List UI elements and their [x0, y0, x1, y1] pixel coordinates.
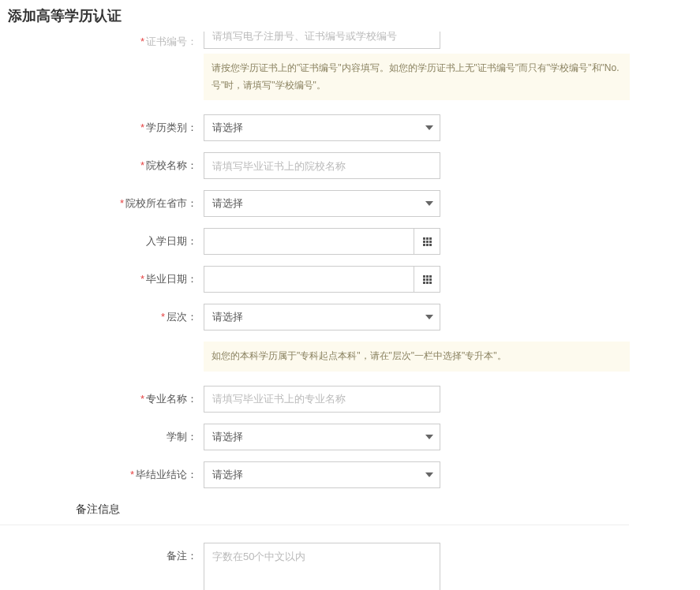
row-edu-type: *学历类别： 请选择 [0, 114, 700, 141]
label-remark: 备注： [0, 543, 204, 563]
label-grad-conclusion: *毕结业结论： [0, 461, 204, 482]
calendar-grid-icon [423, 275, 432, 284]
chevron-down-icon [425, 201, 433, 206]
row-school-province: *院校所在省市： 请选择 [0, 190, 700, 217]
row-remark: 备注： [0, 543, 700, 590]
select-school-system[interactable]: 请选择 [204, 424, 440, 450]
calendar-grid-icon [423, 237, 432, 246]
select-school-province[interactable]: 请选择 [204, 190, 440, 217]
form-area: *证书编号： 请按您学历证书上的"证书编号"内容填写。如您的学历证书上无"证书编… [0, 32, 700, 590]
row-grad-date: *毕业日期： [0, 266, 700, 293]
select-edu-type[interactable]: 请选择 [204, 114, 440, 141]
label-grad-date: *毕业日期： [0, 266, 204, 286]
row-enroll-date: 入学日期： [0, 228, 700, 255]
label-school-province: *院校所在省市： [0, 190, 204, 211]
chevron-down-icon [425, 125, 433, 130]
input-enroll-date[interactable] [204, 228, 414, 255]
row-major: *专业名称： [0, 386, 700, 413]
input-school-name[interactable] [204, 152, 440, 179]
datepicker-grad-button[interactable] [414, 266, 440, 293]
input-cert-no[interactable] [204, 32, 440, 49]
label-enroll-date: 入学日期： [0, 228, 204, 248]
row-school-name: *院校名称： [0, 152, 700, 179]
section-remark-heading: 备注信息 [0, 499, 629, 525]
label-edu-type: *学历类别： [0, 114, 204, 135]
label-level: *层次： [0, 304, 204, 324]
textarea-remark[interactable] [204, 543, 440, 590]
label-school-system: 学制： [0, 424, 204, 444]
row-school-system: 学制： 请选择 [0, 424, 700, 450]
row-level: *层次： 请选择 [0, 304, 700, 330]
input-grad-date[interactable] [204, 266, 414, 293]
row-cert-no: *证书编号： [0, 32, 700, 49]
select-grad-conclusion[interactable]: 请选择 [204, 461, 440, 488]
page-title: 添加高等学历认证 [0, 0, 700, 32]
input-major[interactable] [204, 386, 440, 413]
row-grad-conclusion: *毕结业结论： 请选择 [0, 461, 700, 488]
hint-cert-no: 请按您学历证书上的"证书编号"内容填写。如您的学历证书上无"证书编号"而只有"学… [204, 54, 630, 100]
chevron-down-icon [425, 315, 433, 319]
chevron-down-icon [425, 435, 433, 439]
label-cert-no: *证书编号： [0, 35, 204, 49]
hint-level: 如您的本科学历属于"专科起点本科"，请在"层次"一栏中选择"专升本"。 [204, 342, 630, 372]
chevron-down-icon [425, 472, 433, 477]
label-school-name: *院校名称： [0, 152, 204, 173]
datepicker-enroll-button[interactable] [414, 228, 440, 255]
select-level[interactable]: 请选择 [204, 304, 440, 330]
label-major: *专业名称： [0, 386, 204, 406]
